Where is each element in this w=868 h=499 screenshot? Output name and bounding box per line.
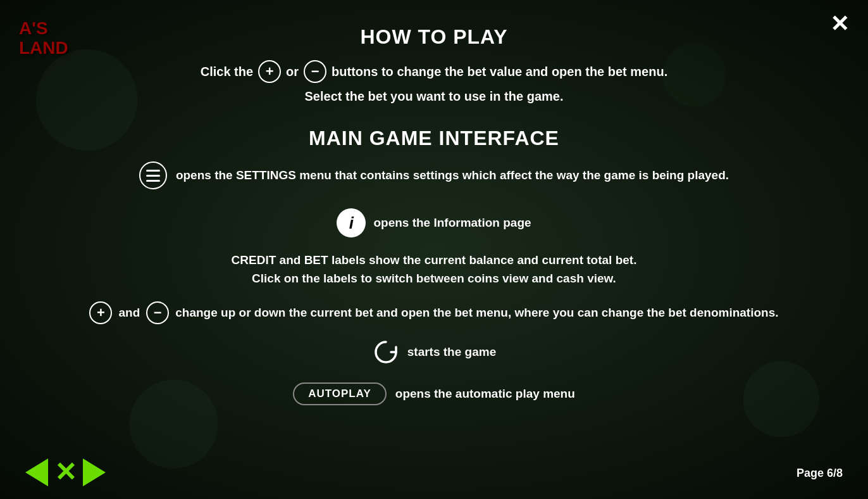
click-the-text: Click the <box>201 65 253 79</box>
credit-bet-line2: Click on the labels to switch between co… <box>252 272 616 285</box>
spin-icon <box>372 338 400 366</box>
main-interface-title: MAIN GAME INTERFACE <box>309 127 559 150</box>
main-interface-section: MAIN GAME INTERFACE opens the SETTINGS m… <box>51 127 817 405</box>
hamburger-icon <box>139 161 167 189</box>
hamburger-line-3 <box>146 180 160 182</box>
plus-icon-main: + <box>89 301 112 324</box>
hamburger-line-1 <box>146 170 160 172</box>
and-text: and <box>118 306 140 320</box>
how-to-play-title: HOW TO PLAY <box>360 25 507 49</box>
credit-bet-text: CREDIT and BET labels show the current b… <box>232 251 637 287</box>
close-x-button[interactable]: ✕ <box>54 459 77 486</box>
hamburger-line-2 <box>146 175 160 177</box>
info-text: opens the Information page <box>373 216 531 230</box>
page-indicator: Page 6/8 <box>797 467 843 480</box>
plus-minus-line: + and − change up or down the current be… <box>89 301 778 324</box>
plus-minus-description: change up or down the current bet and op… <box>175 306 778 320</box>
close-button[interactable]: ✕ <box>830 13 849 35</box>
settings-line: opens the SETTINGS menu that contains se… <box>51 161 817 189</box>
bottom-navigation: ✕ <box>25 458 106 486</box>
next-page-button[interactable] <box>83 458 106 486</box>
autoplay-button[interactable]: AUTOPLAY <box>293 382 387 405</box>
buttons-suffix-text: buttons to change the bet value and open… <box>332 65 667 79</box>
autoplay-text: opens the automatic play menu <box>395 387 575 401</box>
plus-button-icon: + <box>258 60 281 83</box>
spin-text: starts the game <box>407 345 496 359</box>
logo-text-2: LAND <box>19 39 68 58</box>
logo-text: A'S <box>19 19 68 39</box>
settings-text: opens the SETTINGS menu that contains se… <box>176 168 729 182</box>
info-line: i opens the Information page <box>337 208 531 237</box>
spin-line: starts the game <box>372 338 496 366</box>
select-bet-text: Select the bet you want to use in the ga… <box>305 89 564 104</box>
credit-bet-line1: CREDIT and BET labels show the current b… <box>232 253 637 267</box>
prev-page-button[interactable] <box>25 458 48 486</box>
game-logo: A'S LAND <box>19 19 68 58</box>
minus-icon-main: − <box>146 301 169 324</box>
main-content: HOW TO PLAY Click the + or − buttons to … <box>0 0 868 499</box>
or-text: or <box>286 65 299 79</box>
autoplay-line: AUTOPLAY opens the automatic play menu <box>293 382 575 405</box>
how-to-play-line1: Click the + or − buttons to change the b… <box>201 60 668 83</box>
info-icon: i <box>337 208 366 237</box>
minus-button-icon: − <box>304 60 326 83</box>
